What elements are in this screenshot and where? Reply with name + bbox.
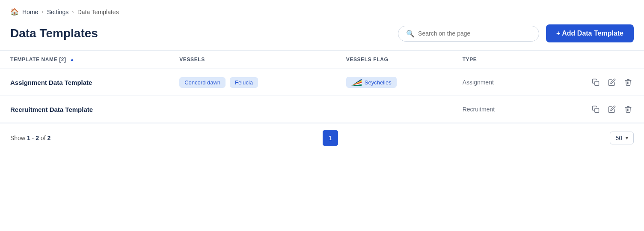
- delete-icon: [624, 105, 632, 113]
- copy-button[interactable]: [590, 104, 601, 115]
- edit-button[interactable]: [606, 104, 617, 115]
- copy-button[interactable]: [590, 77, 601, 88]
- cell-template-name: Recruitment Data Template: [0, 96, 169, 123]
- page-1-button[interactable]: 1: [323, 130, 338, 146]
- delete-icon: [624, 78, 632, 86]
- delete-button[interactable]: [623, 104, 634, 115]
- per-page-dropdown[interactable]: 50 ▾: [610, 132, 634, 144]
- cell-actions: [539, 69, 644, 96]
- cell-flag: Seychelles: [336, 69, 452, 96]
- per-page-value: 50: [615, 135, 622, 141]
- breadcrumb-home[interactable]: Home: [22, 9, 38, 15]
- show-range: Show 1 - 2 of 2: [10, 135, 50, 141]
- breadcrumb: 🏠 Home › Settings › Data Templates: [0, 0, 644, 20]
- search-box: 🔍: [398, 26, 539, 42]
- data-table: TEMPLATE NAME [2] ▲ VESSELS VESSELS FLAG…: [0, 51, 644, 123]
- header-row: Data Templates 🔍 + Add Data Template: [0, 20, 644, 50]
- type-label: Recruitment: [463, 106, 495, 113]
- add-data-template-button[interactable]: + Add Data Template: [546, 24, 634, 42]
- breadcrumb-separator-2: ›: [72, 9, 74, 15]
- vessel-tag: Concord dawn: [179, 77, 226, 88]
- table-row: Recruitment Data Template Recruitment: [0, 96, 644, 123]
- search-icon: 🔍: [406, 30, 415, 38]
- cell-type: Recruitment: [452, 96, 539, 123]
- cell-vessels: [169, 96, 336, 123]
- breadcrumb-settings[interactable]: Settings: [47, 9, 69, 15]
- col-vessels-flag: VESSELS FLAG: [336, 51, 452, 69]
- cell-actions: [539, 96, 644, 123]
- total-count: 2: [47, 135, 50, 141]
- chevron-down-icon: ▾: [626, 135, 628, 141]
- range-start: 1: [27, 135, 30, 141]
- template-name-label: Recruitment Data Template: [10, 106, 93, 113]
- cell-template-name: Assignment Data Template: [0, 69, 169, 96]
- action-icons: [549, 77, 634, 88]
- seychelles-flag-icon: [351, 79, 362, 86]
- action-icons: [549, 104, 634, 115]
- type-label: Assignment: [463, 79, 494, 86]
- flag-tag: Seychelles: [346, 77, 397, 88]
- breadcrumb-separator-1: ›: [42, 9, 43, 15]
- table-footer: Show 1 - 2 of 2 1 50 ▾: [0, 123, 644, 153]
- pagination: 1: [323, 130, 338, 146]
- edit-icon: [608, 78, 616, 86]
- copy-icon: [592, 105, 599, 113]
- table-header-row: TEMPLATE NAME [2] ▲ VESSELS VESSELS FLAG…: [0, 51, 644, 69]
- col-actions: [539, 51, 644, 69]
- col-vessels: VESSELS: [169, 51, 336, 69]
- col-template-name[interactable]: TEMPLATE NAME [2] ▲: [0, 51, 169, 69]
- cell-type: Assignment: [452, 69, 539, 96]
- home-icon: 🏠: [10, 8, 19, 16]
- cell-vessels: Concord dawn Felucia: [169, 69, 336, 96]
- edit-button[interactable]: [606, 77, 617, 88]
- vessel-tag: Felucia: [230, 77, 258, 88]
- table-row: Assignment Data Template Concord dawn Fe…: [0, 69, 644, 96]
- col-type: TYPE: [452, 51, 539, 69]
- breadcrumb-current: Data Templates: [77, 9, 119, 15]
- svg-rect-5: [595, 81, 599, 86]
- search-input[interactable]: [418, 30, 531, 37]
- cell-flag: [336, 96, 452, 123]
- header-actions: 🔍 + Add Data Template: [398, 24, 634, 42]
- sort-arrow-icon: ▲: [70, 57, 75, 63]
- delete-button[interactable]: [623, 77, 634, 88]
- page-title: Data Templates: [10, 27, 98, 40]
- edit-icon: [608, 105, 616, 113]
- svg-rect-6: [595, 108, 599, 113]
- template-name-label: Assignment Data Template: [10, 79, 92, 86]
- copy-icon: [592, 78, 599, 86]
- range-end: 2: [36, 135, 39, 141]
- per-page-select: 50 ▾: [610, 132, 634, 144]
